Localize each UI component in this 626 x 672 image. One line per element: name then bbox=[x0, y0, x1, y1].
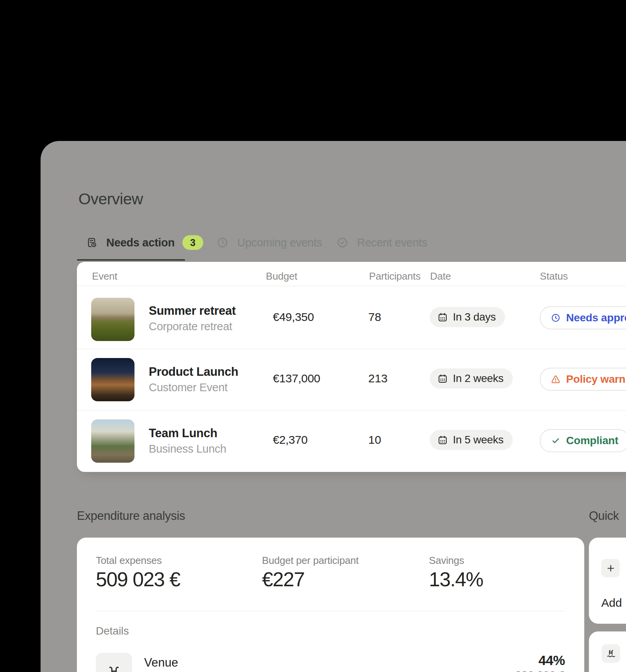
divider bbox=[96, 611, 566, 611]
date-pill-label: In 3 days bbox=[453, 311, 496, 323]
date-pill: In 5 weeks bbox=[430, 430, 513, 450]
status-badge: Compliant bbox=[540, 429, 626, 452]
active-tab-underline bbox=[77, 259, 185, 261]
budget-value: €2,370 bbox=[273, 433, 308, 446]
status-label: Compliant bbox=[566, 434, 618, 447]
pool-ladder-icon bbox=[606, 648, 616, 659]
event-title: Team Lunch bbox=[149, 426, 217, 440]
table-row[interactable]: Summer retreat Corporate retreat €49,350… bbox=[77, 286, 626, 349]
status-label: Needs approval bbox=[566, 312, 626, 324]
breakdown-item-amount: 226 000 € bbox=[515, 669, 565, 672]
stat-value-total-expenses: 509 023 € bbox=[96, 568, 180, 591]
status-badge: Policy warning bbox=[540, 368, 626, 391]
column-header-participants: Participants bbox=[369, 270, 420, 282]
column-header-status: Status bbox=[540, 270, 568, 282]
participants-value: 213 bbox=[368, 372, 388, 385]
table-row[interactable]: Product Launch Customer Event €137,000 2… bbox=[77, 349, 626, 410]
check-icon bbox=[551, 436, 561, 446]
breakdown-item-percent: 44% bbox=[538, 653, 565, 668]
warning-triangle-icon bbox=[551, 374, 561, 384]
budget-value: €49,350 bbox=[273, 311, 314, 324]
tab-recent-events-label: Recent events bbox=[357, 236, 427, 249]
column-header-event: Event bbox=[92, 270, 117, 282]
status-badge: Needs approval bbox=[540, 306, 626, 329]
events-table: Event Budget Participants Date Status Su… bbox=[77, 262, 626, 472]
venue-icon-tile bbox=[96, 653, 132, 672]
details-label: Details bbox=[96, 625, 129, 637]
venue-pillars-icon bbox=[105, 662, 122, 672]
tab-upcoming-events[interactable]: Upcoming events bbox=[216, 234, 322, 251]
stat-value-budget-per-participant: €227 bbox=[262, 568, 304, 591]
event-subtitle: Business Lunch bbox=[149, 443, 226, 455]
breakdown-item-label: Venue bbox=[144, 656, 178, 670]
quick-action-add-card[interactable]: Add bbox=[589, 538, 626, 624]
calendar-icon bbox=[437, 435, 448, 445]
calendar-icon bbox=[437, 373, 448, 384]
quick-action-add-label: Add bbox=[601, 596, 622, 609]
stat-label-savings: Savings bbox=[429, 555, 464, 567]
budget-value: €137,000 bbox=[273, 372, 320, 385]
date-pill-label: In 5 weeks bbox=[453, 434, 504, 446]
event-subtitle: Customer Event bbox=[149, 381, 228, 394]
participants-value: 78 bbox=[368, 311, 381, 324]
needs-action-count-badge: 3 bbox=[182, 235, 203, 250]
column-header-date: Date bbox=[430, 270, 451, 282]
column-header-budget: Budget bbox=[266, 270, 297, 282]
event-title: Product Launch bbox=[149, 365, 238, 379]
stat-label-total-expenses: Total expenses bbox=[96, 555, 162, 567]
pool-ladder-icon-tile bbox=[602, 644, 620, 663]
date-pill: In 3 days bbox=[430, 307, 505, 327]
quick-action-pool-card[interactable] bbox=[589, 631, 626, 672]
event-title: Summer retreat bbox=[149, 304, 236, 318]
participants-value: 10 bbox=[368, 433, 381, 446]
plus-icon-tile bbox=[601, 559, 620, 577]
history-clock-icon bbox=[216, 236, 229, 249]
check-circle-icon bbox=[336, 236, 349, 249]
table-row[interactable]: Team Lunch Business Lunch €2,370 10 In 5… bbox=[77, 410, 626, 472]
event-thumbnail bbox=[91, 298, 134, 341]
status-label: Policy warning bbox=[566, 373, 626, 385]
event-subtitle: Corporate retreat bbox=[149, 320, 232, 333]
tab-recent-events[interactable]: Recent events bbox=[336, 234, 427, 251]
stat-label-budget-per-participant: Budget per participant bbox=[262, 555, 359, 567]
date-pill: In 2 weeks bbox=[430, 368, 513, 389]
tab-upcoming-events-label: Upcoming events bbox=[237, 236, 322, 249]
expenditure-heading: Expenditure analysis bbox=[77, 509, 185, 523]
stat-value-savings: 13.4% bbox=[429, 568, 483, 591]
document-clock-icon bbox=[85, 236, 98, 249]
clock-icon bbox=[551, 313, 561, 323]
plus-icon bbox=[606, 563, 616, 574]
date-pill-label: In 2 weeks bbox=[453, 372, 504, 385]
event-thumbnail bbox=[91, 419, 134, 463]
calendar-icon bbox=[437, 312, 448, 322]
tab-needs-action[interactable]: Needs action 3 bbox=[85, 234, 203, 251]
tab-needs-action-label: Needs action bbox=[106, 236, 175, 249]
expenditure-card: Total expenses 509 023 € Budget per part… bbox=[77, 538, 584, 672]
event-thumbnail bbox=[91, 358, 134, 401]
quick-actions-heading: Quick bbox=[589, 509, 619, 523]
page-title: Overview bbox=[78, 190, 143, 208]
